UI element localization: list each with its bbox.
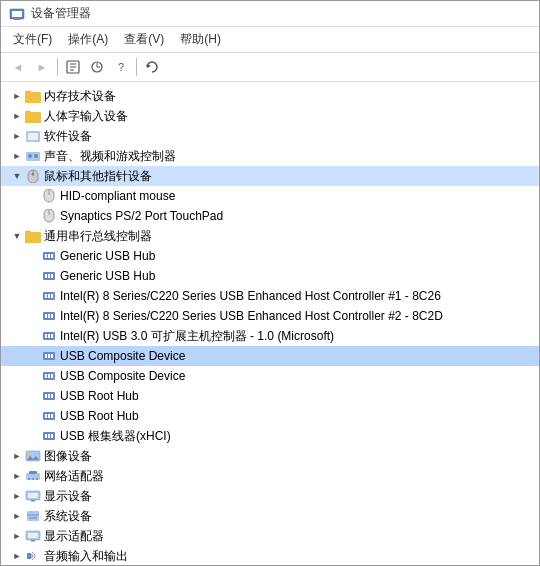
- title-bar-icon: [9, 6, 25, 22]
- svg-rect-34: [45, 294, 47, 298]
- help-button[interactable]: ?: [110, 56, 132, 78]
- label-audio: 音频输入和输出: [44, 547, 539, 565]
- tree-item-usb-group[interactable]: ▼ 通用串行总线控制器: [1, 226, 539, 246]
- tree-item-human[interactable]: ► 人体字输入设备: [1, 106, 539, 126]
- svg-rect-36: [51, 294, 53, 298]
- svg-rect-38: [45, 314, 47, 318]
- svg-marker-8: [147, 64, 151, 68]
- icon-software: [25, 128, 41, 144]
- expand-system[interactable]: ►: [9, 508, 25, 524]
- tree-item-intel-usb3[interactable]: Intel(R) USB 3.0 可扩展主机控制器 - 1.0 (Microso…: [1, 326, 539, 346]
- device-tree[interactable]: ► 内存技术设备 ► 人体字输入设备 ► 软件设备 ►: [1, 82, 539, 565]
- svg-rect-42: [45, 334, 47, 338]
- expand-network[interactable]: ►: [9, 468, 25, 484]
- label-intel-usb3: Intel(R) USB 3.0 可扩展主机控制器 - 1.0 (Microso…: [60, 327, 539, 345]
- svg-rect-44: [51, 334, 53, 338]
- icon-display: [25, 488, 41, 504]
- icon-intel-usb1: [41, 288, 57, 304]
- tree-item-system[interactable]: ► 系统设备: [1, 506, 539, 526]
- expand-sound[interactable]: ►: [9, 148, 25, 164]
- tree-item-usb-composite2[interactable]: USB Composite Device: [1, 366, 539, 386]
- tree-item-usb-hub1[interactable]: Generic USB Hub: [1, 246, 539, 266]
- tree-item-audio[interactable]: ► 音频输入和输出: [1, 546, 539, 565]
- title-bar-text: 设备管理器: [31, 5, 91, 22]
- menu-help[interactable]: 帮助(H): [172, 29, 229, 50]
- tree-item-synaptics[interactable]: Synaptics PS/2 Port TouchPad: [1, 206, 539, 226]
- toolbar-sep-1: [57, 58, 58, 76]
- tree-item-usb-composite1[interactable]: USB Composite Device: [1, 346, 539, 366]
- expand-hid: [25, 188, 41, 204]
- label-usb-hub1: Generic USB Hub: [60, 247, 539, 265]
- properties-button[interactable]: [62, 56, 84, 78]
- tree-item-mouse-group[interactable]: ▼ 鼠标和其他指针设备: [1, 166, 539, 186]
- label-mouse-group: 鼠标和其他指针设备: [44, 167, 539, 185]
- icon-synaptics: [41, 208, 57, 224]
- label-network: 网络适配器: [44, 467, 539, 485]
- svg-rect-1: [12, 11, 22, 17]
- menu-view[interactable]: 查看(V): [116, 29, 172, 50]
- icon-usb-root2: [41, 408, 57, 424]
- svg-rect-81: [27, 553, 31, 559]
- expand-intel-usb1: [25, 288, 41, 304]
- back-button[interactable]: ◄: [7, 56, 29, 78]
- tree-item-sound[interactable]: ► 声音、视频和游戏控制器: [1, 146, 539, 166]
- tree-item-usb-xhci[interactable]: USB 根集线器(xHCI): [1, 426, 539, 446]
- expand-usb-group[interactable]: ▼: [9, 228, 25, 244]
- tree-item-display-adapter[interactable]: ► 显示适配器: [1, 526, 539, 546]
- expand-software[interactable]: ►: [9, 128, 25, 144]
- tree-item-display[interactable]: ► 显示设备: [1, 486, 539, 506]
- expand-display[interactable]: ►: [9, 488, 25, 504]
- scan-button[interactable]: [86, 56, 108, 78]
- icon-usb-hub2: [41, 268, 57, 284]
- svg-rect-51: [48, 374, 50, 378]
- icon-intel-usb3: [41, 328, 57, 344]
- svg-rect-52: [51, 374, 53, 378]
- menu-action[interactable]: 操作(A): [60, 29, 116, 50]
- icon-mouse-group: [25, 168, 41, 184]
- icon-usb-hub1: [41, 248, 57, 264]
- svg-rect-55: [48, 394, 50, 398]
- tree-item-hid[interactable]: HID-compliant mouse: [1, 186, 539, 206]
- svg-point-71: [36, 478, 38, 480]
- toolbar: ◄ ► ?: [1, 53, 539, 82]
- label-mem: 内存技术设备: [44, 87, 539, 105]
- icon-image: [25, 448, 41, 464]
- label-display: 显示设备: [44, 487, 539, 505]
- expand-mouse-group[interactable]: ▼: [9, 168, 25, 184]
- expand-display-adapter[interactable]: ►: [9, 528, 25, 544]
- label-synaptics: Synaptics PS/2 Port TouchPad: [60, 207, 539, 225]
- tree-item-software[interactable]: ► 软件设备: [1, 126, 539, 146]
- tree-item-network[interactable]: ► 网络适配器: [1, 466, 539, 486]
- tree-item-usb-root1[interactable]: USB Root Hub: [1, 386, 539, 406]
- tree-item-intel-usb2[interactable]: Intel(R) 8 Series/C220 Series USB Enhanc…: [1, 306, 539, 326]
- icon-human: [25, 108, 41, 124]
- svg-rect-27: [48, 254, 50, 258]
- refresh-button[interactable]: [141, 56, 163, 78]
- expand-human[interactable]: ►: [9, 108, 25, 124]
- tree-item-mem[interactable]: ► 内存技术设备: [1, 86, 539, 106]
- svg-rect-39: [48, 314, 50, 318]
- label-usb-hub2: Generic USB Hub: [60, 267, 539, 285]
- menu-file[interactable]: 文件(F): [5, 29, 60, 50]
- expand-audio[interactable]: ►: [9, 548, 25, 564]
- icon-usb-root1: [41, 388, 57, 404]
- svg-rect-58: [45, 414, 47, 418]
- menu-bar: 文件(F) 操作(A) 查看(V) 帮助(H): [1, 27, 539, 53]
- icon-audio: [25, 548, 41, 564]
- expand-image[interactable]: ►: [9, 448, 25, 464]
- forward-button[interactable]: ►: [31, 56, 53, 78]
- tree-item-usb-hub2[interactable]: Generic USB Hub: [1, 266, 539, 286]
- svg-rect-48: [51, 354, 53, 358]
- label-usb-root1: USB Root Hub: [60, 387, 539, 405]
- expand-mem[interactable]: ►: [9, 88, 25, 104]
- tree-item-intel-usb1[interactable]: Intel(R) 8 Series/C220 Series USB Enhanc…: [1, 286, 539, 306]
- svg-rect-56: [51, 394, 53, 398]
- label-display-adapter: 显示适配器: [44, 527, 539, 545]
- svg-rect-62: [45, 434, 47, 438]
- tree-item-image[interactable]: ► 图像设备: [1, 446, 539, 466]
- tree-item-usb-root2[interactable]: USB Root Hub: [1, 406, 539, 426]
- toolbar-sep-2: [136, 58, 137, 76]
- expand-usb-root2: [25, 408, 41, 424]
- label-usb-group: 通用串行总线控制器: [44, 227, 539, 245]
- svg-rect-30: [45, 274, 47, 278]
